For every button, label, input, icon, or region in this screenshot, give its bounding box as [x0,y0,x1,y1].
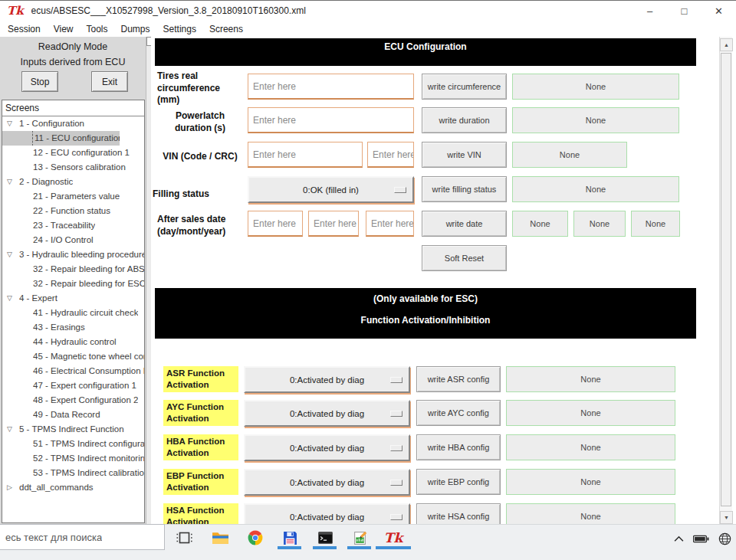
write-asr-config-button[interactable]: write ASR config [416,366,501,392]
tree-item-tpms-monitoring[interactable]: 52 - TPMS Indirect monitoring [2,451,144,466]
menu-screens[interactable]: Screens [209,24,243,34]
vin-status-button[interactable]: None [512,142,627,168]
tree-item-electrical-consumption[interactable]: 46 - Electrical Consumption M [2,364,144,378]
ebp-function-dropdown[interactable]: 0:Activated by diag [244,469,410,496]
menu-tools[interactable]: Tools [87,24,108,34]
vin-crc-input[interactable] [367,142,414,168]
ayc-status-button[interactable]: None [506,400,675,426]
tree-item-data-record[interactable]: 49 - Data Record [2,408,144,422]
tree-item-io-control[interactable]: 24 - I/O Control [2,233,144,247]
branch-open-icon[interactable]: ▽ [7,175,18,189]
tree-item-erasings[interactable]: 43 - Erasings [2,320,144,335]
branch-closed-icon[interactable]: ▷ [7,480,18,495]
menu-session[interactable]: Session [8,24,41,34]
minimize-button[interactable]: – [632,1,667,21]
tree-item-expert-configuration-1[interactable]: 47 - Expert configuration 1 [2,378,144,393]
tree-item-tpms-configuration[interactable]: 51 - TPMS Indirect configurati [2,437,144,451]
menu-view[interactable]: View [54,24,74,34]
write-filling-status-button[interactable]: write filling status [422,176,507,202]
branch-open-icon[interactable]: ▽ [7,291,18,306]
powerlatch-status-button[interactable]: None [512,107,679,133]
file-explorer-icon[interactable] [207,527,233,549]
tree-item-sensors-calibration[interactable]: 13 - Sensors calibration [2,160,144,175]
tree-item-configuration[interactable]: ▽1 - Configuration [2,116,144,131]
exit-button[interactable]: Exit [91,71,128,92]
tree-item-tpms-calibration[interactable]: 53 - TPMS Indirect calibration [2,466,144,480]
filling-status-dropdown[interactable]: 0:OK (filled in) [248,176,414,203]
date-year-status-button[interactable]: None [631,211,680,237]
editor-app-icon[interactable] [347,527,373,549]
tree-item-label: 49 - Data Record [33,408,100,422]
hsa-function-dropdown[interactable]: 0:Activated by diag [244,503,410,524]
menu-settings[interactable]: Settings [163,24,196,34]
tree-item-label: 48 - Expert Configuration 2 [33,393,138,408]
write-date-button[interactable]: write date [422,211,507,237]
write-duration-button[interactable]: write duration [422,107,507,133]
main-scrollbar[interactable]: ▲ ▼ [719,37,732,524]
tree-item-traceability[interactable]: 23 - Traceability [2,218,144,233]
tires-circumference-input[interactable] [248,74,414,100]
scroll-up-icon[interactable]: ▲ [720,38,733,51]
scroll-down-icon[interactable]: ▼ [720,511,733,524]
hba-status-button[interactable]: None [506,434,675,460]
tree-item-ddt-all-commands[interactable]: ▷ddt_all_commands [2,480,144,495]
date-month-status-button[interactable]: None [573,211,626,237]
battery-icon[interactable] [693,535,709,543]
taskbar-search-input[interactable]: есь текст для поиска [0,524,165,550]
asr-function-dropdown[interactable]: 0:Activated by diag [244,366,410,393]
soft-reset-button[interactable]: Soft Reset [422,245,507,271]
floppy-app-icon[interactable] [277,527,303,549]
branch-open-icon[interactable]: ▽ [7,116,18,131]
close-button[interactable]: ✕ [702,1,736,21]
tree-item-repair-bleeding-esc[interactable]: 32 - Repair bleeding for ESC [2,277,144,291]
tree-item-parameters-value[interactable]: 21 - Parameters value [2,189,144,204]
write-ebp-config-button[interactable]: write EBP config [416,469,501,495]
tree-item-hydraulic-bleeding[interactable]: ▽3 - Hydraulic bleeding procedure [2,247,144,262]
write-vin-button[interactable]: write VIN [422,142,507,168]
menu-dumps[interactable]: Dumps [121,24,150,34]
branch-open-icon[interactable]: ▽ [7,422,18,437]
asr-status-button[interactable]: None [506,366,675,392]
tree-item-expert-configuration-2[interactable]: 48 - Expert Configuration 2 [2,393,144,408]
terminal-icon[interactable] [312,527,338,549]
network-globe-icon[interactable] [718,532,731,545]
hba-function-dropdown[interactable]: 0:Activated by diag [244,434,410,461]
write-ayc-config-button[interactable]: write AYC config [416,400,501,426]
date-month-input[interactable] [308,211,359,237]
sidebar-scrollbar[interactable] [146,37,151,524]
tree-item-magnetic-tone-wheel[interactable]: 45 - Magnetic tone wheel cont [2,349,144,364]
stop-button[interactable]: Stop [21,71,58,92]
tree-item-hydraulic-control[interactable]: 44 - Hydraulic control [2,335,144,349]
date-day-input[interactable] [248,211,303,237]
hsa-status-button[interactable]: None [506,503,675,524]
vin-code-input[interactable] [248,142,363,168]
ayc-function-dropdown[interactable]: 0:Activated by diag [244,400,410,427]
branch-open-icon[interactable]: ▽ [7,247,18,262]
ayc-function-label: AYC Function Activation [163,400,238,426]
tree-item-expert[interactable]: ▽4 - Expert [2,291,144,306]
ebp-status-button[interactable]: None [506,469,675,495]
chrome-icon[interactable] [242,527,268,549]
tree-item-tpms-indirect[interactable]: ▽5 - TPMS Indirect Function [2,422,144,437]
write-hba-config-button[interactable]: write HBA config [416,434,501,460]
tk-taskbar-icon[interactable]: Tk [380,527,406,549]
tree-item-label: 45 - Magnetic tone wheel cont [33,349,144,364]
maximize-button[interactable]: □ [667,1,702,21]
tree-item-hydraulic-circuit-check[interactable]: 41 - Hydraulic circuit check [2,306,144,320]
tree-item-repair-bleeding-abs[interactable]: 32 - Repair bleeding for ABS [2,262,144,277]
date-year-input[interactable] [366,211,414,237]
powerlatch-duration-input[interactable] [248,107,414,133]
search-placeholder-text: есь текст для поиска [0,532,102,543]
write-circumference-button[interactable]: write circumference [422,74,507,100]
tires-status-button[interactable]: None [512,74,679,100]
chevron-up-icon[interactable] [674,535,684,542]
tree-item-function-status[interactable]: 22 - Function status [2,204,144,218]
filling-status-none-button[interactable]: None [512,176,679,202]
tree-item-diagnostic[interactable]: ▽2 - Diagnostic [2,175,144,189]
tree-item-ecu-configuration[interactable]: 11 - ECU configuration [2,131,120,146]
date-day-status-button[interactable]: None [512,211,568,237]
task-view-icon[interactable] [171,527,197,549]
tree-item-ecu-configuration-1[interactable]: 12 - ECU configuration 1 [2,146,144,160]
main-scrollbar-thumb[interactable] [721,53,731,506]
write-hsa-config-button[interactable]: write HSA config [416,503,501,524]
